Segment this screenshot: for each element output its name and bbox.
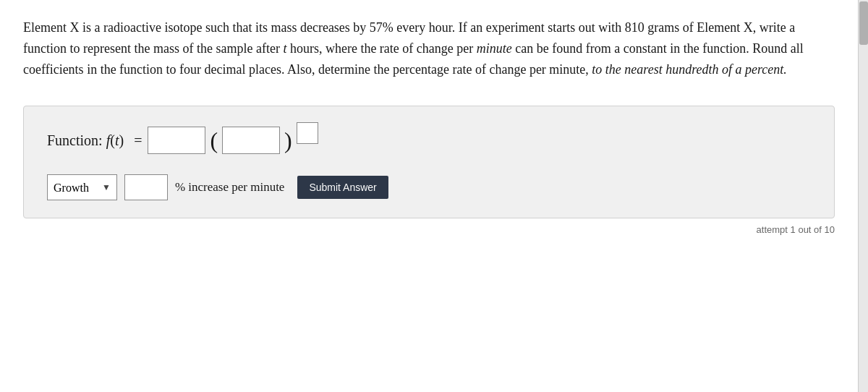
open-paren: ( xyxy=(210,129,218,152)
equals-sign: = xyxy=(134,132,142,149)
base-input[interactable] xyxy=(222,127,280,154)
submit-button[interactable]: Submit Answer xyxy=(297,176,388,199)
function-row: Function: f(t) = ( ) xyxy=(47,127,811,154)
growth-row: Growth Decay ▼ % increase per minute Sub… xyxy=(47,174,811,200)
coefficient-input[interactable] xyxy=(148,127,205,154)
percent-increase-label: % increase per minute xyxy=(175,180,285,195)
main-content: Element X is a radioactive isotope such … xyxy=(0,0,858,392)
italic-end-text: to the nearest hundredth of a percent. xyxy=(592,62,786,77)
growth-dropdown[interactable]: Growth Decay xyxy=(54,182,101,194)
f-label: f xyxy=(106,132,111,148)
function-label: Function: f(t) xyxy=(47,132,124,149)
chevron-down-icon: ▼ xyxy=(102,182,111,193)
exponent-input[interactable] xyxy=(297,122,318,144)
t-variable: t xyxy=(283,41,286,56)
close-paren: ) xyxy=(284,129,292,152)
percent-input[interactable] xyxy=(124,174,168,200)
scrollbar-thumb[interactable] xyxy=(859,1,868,45)
scrollbar[interactable] xyxy=(858,0,868,392)
answer-section: Function: f(t) = ( ) Growth Decay ▼ % in… xyxy=(23,106,835,218)
growth-select-wrapper[interactable]: Growth Decay ▼ xyxy=(47,174,117,200)
minute-text: minute xyxy=(477,41,512,56)
t-label: t xyxy=(115,132,119,148)
attempt-text: attempt 1 out of 10 xyxy=(23,224,835,235)
problem-text: Element X is a radioactive isotope such … xyxy=(23,17,835,80)
